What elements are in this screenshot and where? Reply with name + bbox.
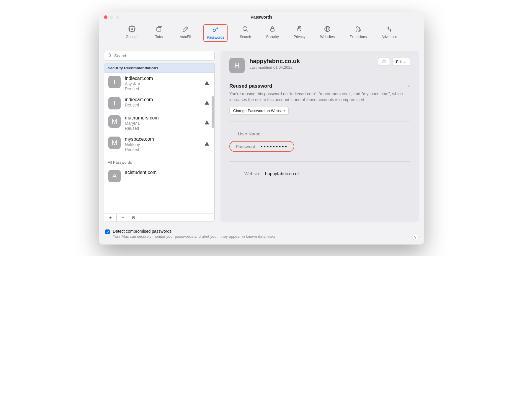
help-button[interactable]: ? — [412, 234, 419, 240]
tab-label: Extensions — [349, 35, 367, 39]
reused-password-warning: Reused password You're reusing this pass… — [229, 83, 410, 114]
password-row[interactable]: Password ●●●●●●●●● — [229, 139, 410, 154]
remove-button[interactable] — [117, 214, 129, 222]
detail-title: happyfabric.co.uk — [249, 58, 373, 65]
tab-label: General — [126, 35, 138, 39]
search-icon — [242, 25, 249, 34]
svg-point-18 — [133, 217, 133, 218]
svg-rect-15 — [207, 143, 207, 145]
section-header-recommendations: Security Recommendations — [104, 63, 214, 73]
hand-icon — [296, 25, 303, 34]
close-warning[interactable] — [407, 84, 411, 89]
item-status: Reused — [125, 147, 210, 152]
item-user: AsysKar — [125, 81, 210, 86]
avatar: M — [108, 115, 121, 128]
item-status: Reused — [125, 126, 210, 131]
warning-icon — [204, 100, 210, 106]
svg-point-20 — [134, 217, 134, 218]
svg-rect-14 — [207, 124, 207, 124]
website-value[interactable]: happyfabric.co.uk — [265, 171, 300, 176]
detail-header: H happyfabric.co.uk Last modified 01.04.… — [229, 58, 410, 73]
item-status: Reused — [125, 103, 210, 107]
tab-security[interactable]: Security — [263, 24, 282, 42]
window-title: Passwords — [99, 15, 424, 19]
divider — [229, 122, 410, 122]
svg-point-2 — [213, 29, 215, 32]
website-row: Website happyfabric.co.uk — [229, 169, 410, 178]
more-button[interactable] — [129, 214, 141, 222]
svg-point-0 — [131, 28, 133, 30]
password-list[interactable]: Security Recommendations I indiecart.com… — [104, 63, 215, 214]
svg-rect-13 — [207, 122, 207, 123]
list-item[interactable]: M macrumors.com MaryM1 Reused — [104, 112, 214, 134]
tab-privacy[interactable]: Privacy — [291, 24, 308, 42]
avatar: I — [108, 76, 121, 88]
puzzle-icon — [354, 25, 362, 34]
detect-compromised-checkbox[interactable] — [105, 229, 110, 234]
item-status: Reused — [125, 86, 210, 91]
svg-point-6 — [388, 27, 389, 29]
add-button[interactable] — [104, 214, 117, 222]
svg-rect-4 — [271, 29, 274, 31]
tab-tabs[interactable]: Tabs — [150, 24, 168, 42]
key-icon — [212, 26, 219, 34]
gear-icon — [128, 25, 135, 34]
tab-autofill[interactable]: AutoFill — [177, 24, 195, 42]
item-site: indiecart.com — [125, 97, 210, 102]
list-item[interactable]: I indiecart.com Reused — [104, 94, 214, 112]
warning-icon — [204, 80, 210, 87]
change-password-button[interactable]: Change Password on Website — [229, 107, 289, 114]
svg-rect-10 — [207, 84, 207, 85]
svg-point-7 — [390, 29, 391, 31]
item-user: Nektony — [125, 142, 210, 147]
username-label: User Name — [229, 131, 260, 136]
tab-passwords[interactable]: Passwords — [203, 24, 228, 42]
tab-websites[interactable]: Websites — [317, 24, 338, 42]
search-field-wrap[interactable] — [104, 51, 215, 61]
detail-avatar: H — [229, 58, 245, 73]
item-user: MaryM1 — [125, 121, 210, 126]
svg-rect-1 — [157, 27, 161, 31]
svg-rect-11 — [207, 102, 207, 104]
tab-general[interactable]: General — [123, 24, 141, 42]
list-item[interactable]: M myspace.com Nektony Reused — [104, 134, 214, 155]
list-item[interactable]: I indiecart.com AsysKar Reused — [104, 73, 214, 94]
list-item[interactable]: A acistudent.com — [104, 167, 214, 185]
tab-label: Search — [240, 35, 251, 39]
titlebar: Passwords — [99, 12, 424, 22]
password-masked: ●●●●●●●●● — [261, 144, 288, 148]
username-row: User Name — [229, 129, 410, 139]
tab-advanced[interactable]: Advanced — [379, 24, 400, 42]
content-area: Security Recommendations I indiecart.com… — [99, 46, 424, 227]
avatar: A — [108, 170, 121, 182]
tab-label: Security — [266, 35, 279, 39]
globe-icon — [324, 25, 331, 34]
search-icon — [107, 53, 112, 59]
share-button[interactable] — [378, 58, 390, 66]
checkbox-label: Detect compromised passwords — [113, 229, 277, 234]
password-label: Password — [236, 144, 255, 149]
autofill-icon — [182, 25, 189, 34]
tab-label: AutoFill — [180, 35, 192, 39]
gears-icon — [386, 25, 393, 34]
tab-label: Advanced — [382, 35, 397, 39]
item-site: myspace.com — [125, 137, 210, 142]
item-site: acistudent.com — [125, 170, 210, 175]
avatar: I — [108, 97, 121, 109]
item-site: macrumors.com — [125, 115, 210, 121]
warning-body: You're reusing this password on "indieca… — [229, 91, 410, 103]
toolbar: General Tabs AutoFill Passwords Search S… — [99, 22, 424, 46]
search-input[interactable] — [114, 53, 211, 58]
tab-label: Websites — [320, 35, 335, 39]
tab-label: Tabs — [155, 35, 163, 39]
password-capsule: Password ●●●●●●●●● — [229, 141, 294, 152]
detail-subtitle: Last modified 01.04.2022 — [249, 65, 373, 70]
edit-button[interactable]: Edit… — [392, 58, 410, 66]
scrollbar-thumb[interactable] — [212, 96, 214, 128]
svg-rect-16 — [207, 145, 207, 145]
svg-point-19 — [133, 217, 133, 218]
section-header-all: All Passwords — [104, 155, 214, 167]
tab-search[interactable]: Search — [236, 24, 254, 42]
tab-extensions[interactable]: Extensions — [347, 24, 370, 42]
preferences-window: Passwords General Tabs AutoFill Password… — [99, 12, 424, 245]
